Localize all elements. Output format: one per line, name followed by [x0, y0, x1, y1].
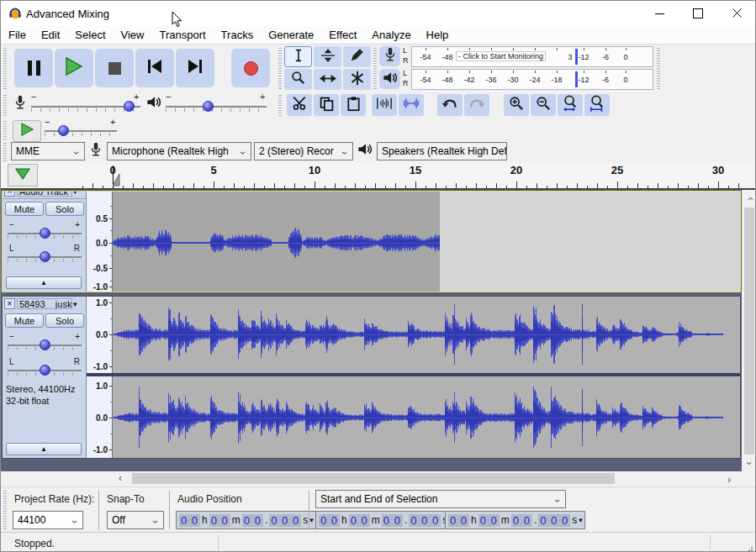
menu-item-transport[interactable]: Transport [151, 26, 213, 45]
timeshift-tool-button[interactable] [314, 69, 341, 90]
track-1[interactable]: × Audio Track ▾ Mute Solo − + L R [2, 191, 741, 292]
time-format-arrow-icon[interactable]: ▾ [309, 516, 314, 524]
title-bar[interactable]: Advanced Mixing [1, 1, 756, 26]
minimize-button[interactable] [640, 1, 679, 26]
track-1-waveform[interactable] [113, 192, 440, 292]
track-1-gain-thumb[interactable] [40, 228, 50, 239]
fit-selection-button[interactable] [558, 94, 583, 116]
track-1-vertical-ruler[interactable]: 1.00.50.0-0.5-1.0 [87, 192, 113, 292]
multi-tool-button[interactable] [343, 69, 371, 90]
play-speed-thumb[interactable] [58, 125, 69, 136]
menu-item-edit[interactable]: Edit [34, 26, 67, 45]
menu-item-help[interactable]: Help [419, 26, 457, 45]
time-digits[interactable]: 0 0 0 [269, 514, 301, 527]
track-1-solo-button[interactable]: Solo [45, 202, 84, 216]
track-2-gain-thumb[interactable] [40, 339, 50, 350]
menu-item-generate[interactable]: Generate [261, 26, 321, 45]
menu-item-effect[interactable]: Effect [321, 26, 364, 45]
playback-volume-slider[interactable] [166, 106, 267, 108]
scroll-right-icon[interactable]: › [722, 472, 736, 486]
track-2-title-row[interactable]: × 58493__jusk ▾ [4, 298, 85, 309]
time-digits[interactable]: 0 0 [511, 514, 532, 527]
device-toolbar-grip[interactable] [3, 143, 7, 161]
track-2-pan-slider[interactable]: L R [8, 359, 82, 379]
track-1-collapse-button[interactable]: ▲ [6, 276, 82, 289]
play-button[interactable] [55, 49, 93, 87]
snap-to-combo[interactable]: Off› [107, 511, 164, 529]
track-1-gain-slider[interactable]: − + [8, 222, 82, 242]
time-digits[interactable]: 0 0 0 [409, 514, 441, 527]
track-2-close-icon[interactable]: × [4, 298, 15, 309]
menu-item-select[interactable]: Select [67, 26, 113, 45]
track-1-empty-region[interactable] [440, 192, 740, 292]
menu-item-view[interactable]: View [114, 26, 152, 45]
play-speed-slider[interactable] [45, 130, 117, 132]
skip-to-end-button[interactable] [176, 49, 214, 87]
track-1-title-row[interactable]: × Audio Track ▾ [4, 192, 85, 197]
tools-toolbar-grip[interactable] [278, 48, 282, 90]
stop-button[interactable] [95, 49, 134, 87]
draw-tool-button[interactable] [343, 46, 371, 67]
record-button[interactable] [231, 49, 270, 87]
record-volume-thumb[interactable] [124, 101, 135, 112]
envelope-tool-button[interactable] [314, 46, 341, 67]
redo-button[interactable] [464, 94, 489, 116]
track-1-name[interactable]: Audio Track [17, 192, 72, 197]
copy-button[interactable] [314, 94, 339, 116]
audio-host-combo[interactable]: MME› [11, 142, 85, 160]
recording-channels-combo[interactable]: 2 (Stereo) Recor› [254, 142, 353, 160]
track-2-name[interactable]: 58493__jusk [17, 298, 72, 309]
menu-item-analyze[interactable]: Analyze [364, 26, 418, 45]
menu-item-tracks[interactable]: Tracks [214, 26, 262, 45]
recording-device-combo[interactable]: Microphone (Realtek High› [107, 142, 251, 160]
time-digits[interactable]: 0 0 [209, 514, 230, 527]
track-1-close-icon[interactable]: × [4, 192, 15, 197]
time-digits[interactable]: 0 0 [179, 514, 200, 527]
scroll-left-icon[interactable]: › [114, 472, 127, 486]
time-format-arrow-icon[interactable]: ▾ [579, 516, 583, 524]
resize-grip-icon[interactable] [746, 543, 753, 552]
pinned-playhead-button[interactable] [8, 164, 38, 187]
track-1-mute-button[interactable]: Mute [5, 202, 44, 216]
timeline-ruler[interactable]: 051015202530 [1, 162, 756, 190]
track-2-collapse-button[interactable]: ▲ [6, 443, 82, 455]
zoom-tool-button[interactable] [284, 69, 312, 90]
spare-toolbar-grip[interactable] [657, 48, 660, 90]
paste-button[interactable] [341, 94, 366, 116]
audio-position-field[interactable]: 0 0h0 0m0 0.0 0 0s▾ [176, 511, 316, 529]
record-meter-mic-button[interactable] [379, 46, 400, 66]
track-2-gain-slider[interactable]: − + [8, 334, 82, 354]
play-at-speed-button[interactable] [13, 120, 41, 142]
vertical-scrollbar[interactable]: › › [742, 190, 756, 471]
selection-mode-combo[interactable]: Start and End of Selection› [315, 490, 566, 508]
track-2-right-waveform[interactable] [113, 376, 740, 458]
cut-button[interactable] [287, 94, 312, 116]
undo-button[interactable] [437, 94, 463, 116]
track-2-right-ruler[interactable]: 1.00.0-1.0 [87, 376, 113, 458]
selection-toolbar-grip[interactable] [3, 491, 7, 529]
vertical-scroll-thumb[interactable] [744, 208, 754, 455]
silence-audio-button[interactable] [399, 94, 424, 116]
skip-to-start-button[interactable] [135, 49, 174, 87]
track-2-menu-arrow-icon[interactable]: ▾ [73, 300, 77, 308]
time-digits[interactable]: 0 0 [478, 514, 500, 527]
selection-end-field[interactable]: 0 0h0 0m0 0.0 0 0s▾ [445, 511, 585, 529]
track-2[interactable]: × 58493__jusk ▾ Mute Solo − + L R [2, 296, 741, 459]
scroll-up-icon[interactable]: › [743, 192, 756, 205]
time-digits[interactable]: 0 0 [448, 514, 469, 527]
time-digits[interactable]: 0 0 0 [538, 514, 570, 527]
fit-project-button[interactable] [584, 94, 610, 116]
track-1-pan-thumb[interactable] [40, 251, 50, 262]
zoom-in-button[interactable] [504, 94, 529, 116]
recording-meter[interactable]: - Click to Start Monitoring 3 -54-48-12-… [411, 46, 653, 67]
maximize-button[interactable] [679, 1, 717, 26]
track-2-solo-button[interactable]: Solo [45, 313, 84, 328]
track-2-pan-thumb[interactable] [40, 365, 50, 376]
project-rate-combo[interactable]: 44100› [13, 511, 83, 529]
playback-device-combo[interactable]: Speakers (Realtek High Def› [377, 142, 507, 160]
playback-meter[interactable]: -54-48-42-36-30-24-18-12-60 [411, 69, 653, 90]
scroll-down-icon[interactable]: › [743, 456, 756, 470]
play-at-speed-grip[interactable] [3, 121, 7, 139]
transport-toolbar-grip[interactable] [3, 48, 7, 90]
time-digits[interactable]: 0 0 [319, 514, 340, 527]
